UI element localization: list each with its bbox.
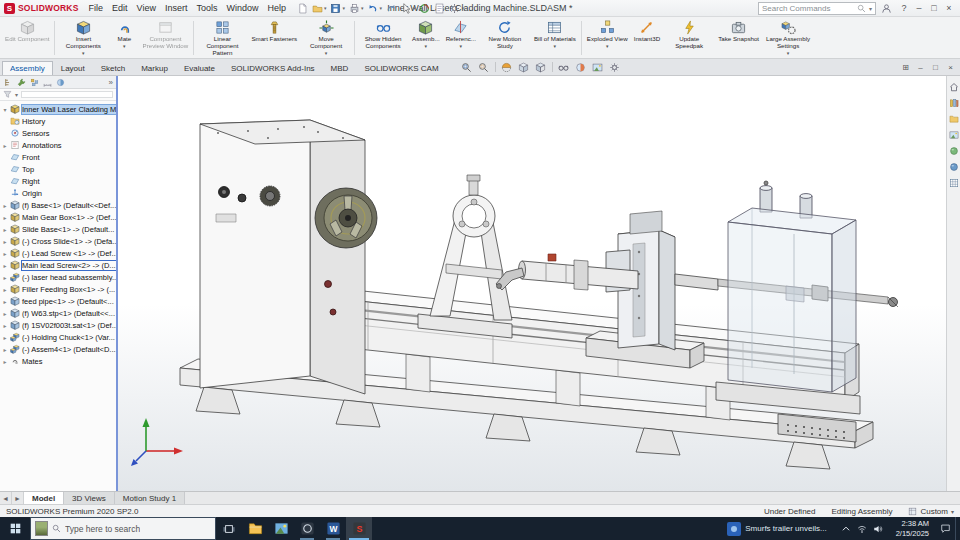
tab-sketch[interactable]: Sketch [93,61,133,75]
tab-markup[interactable]: Markup [133,61,176,75]
graphics-viewport[interactable] [118,76,946,491]
menu-edit[interactable]: Edit [108,2,132,14]
view-palette-icon[interactable] [948,129,959,140]
doc-tab-scroll-left[interactable]: ◄ [0,492,12,504]
bom-button[interactable]: Bill of Materials▾ [531,18,579,58]
tree-expand-icon[interactable]: ▸ [2,322,8,329]
select-caret-icon[interactable]: ▾ [413,5,416,11]
login-icon[interactable] [881,3,892,14]
view-orientation-button[interactable] [518,61,530,73]
redo-button[interactable] [385,2,397,14]
tree-item[interactable]: ▸(f) W63.stp<1> (Default<<... [0,307,116,319]
configuration-caret-icon[interactable]: ▾ [951,508,954,515]
tree-item[interactable]: Right [0,175,116,187]
doc-tab-3d-views[interactable]: 3D Views [64,492,115,504]
filter-caret-icon[interactable]: ▾ [15,91,18,98]
search-caret-icon[interactable]: ▾ [869,5,872,12]
minimize-button[interactable]: – [912,2,926,15]
dropdown-caret-icon[interactable]: ▾ [460,43,463,49]
home-icon[interactable] [948,81,959,92]
word-taskbar-button[interactable]: W [320,517,346,540]
featuremanager-tab[interactable] [3,77,13,87]
show-desktop-button[interactable] [955,517,960,540]
tree-item[interactable]: History [0,115,116,127]
tab-solidworks-cam[interactable]: SOLIDWORKS CAM [356,61,446,75]
undo-button[interactable] [367,2,379,14]
tree-expand-icon[interactable]: ▸ [2,250,8,257]
photos-taskbar-button[interactable] [268,517,294,540]
search-commands-input[interactable]: Search Commands ▾ [758,2,876,15]
propertymanager-tab[interactable] [16,77,26,87]
insert-components-button[interactable]: Insert Components▾ [57,18,109,58]
tree-item[interactable]: ▸Main Gear Box<1> -> (Def... [0,211,116,223]
view-settings-button[interactable] [609,61,621,73]
taskbar-clock[interactable]: 2:38 AM 2/15/2025 [890,519,935,539]
tab-mbd[interactable]: MBD [323,61,357,75]
edit-appearance-button[interactable] [575,61,587,73]
tree-item[interactable]: ▸(f) Base<1> (Default<<Def... [0,199,116,211]
undo-caret-icon[interactable]: ▾ [380,5,383,11]
hide-show-items-button[interactable] [558,61,570,73]
options-caret-icon[interactable]: ▾ [462,5,465,11]
new-document-button[interactable] [296,2,308,14]
menu-help[interactable]: Help [264,2,291,14]
tree-expand-icon[interactable]: ▸ [2,214,8,221]
linear-pattern-button[interactable]: Linear Component Pattern▾ [196,18,248,58]
zoom-area-button[interactable] [478,61,490,73]
displaymanager-tab[interactable] [55,77,65,87]
close-doc-button[interactable]: × [944,61,957,73]
open-button[interactable] [311,2,323,14]
tree-item[interactable]: ▸Filler Feeding Box<1> -> (... [0,283,116,295]
doc-tab-motion-study-1[interactable]: Motion Study 1 [115,492,185,504]
tree-expand-icon[interactable]: ▸ [2,334,8,341]
move-component-button[interactable]: Move Component▾ [300,18,352,58]
large-assembly-button[interactable]: Large Assembly Settings▾ [762,18,814,58]
search-highlight-thumbnail[interactable] [35,521,48,536]
tree-expand-icon[interactable]: ▸ [2,262,8,269]
tree-expand-icon[interactable]: ▸ [2,202,8,209]
minimize-doc-button[interactable]: – [914,61,927,73]
tree-item[interactable]: ▸(f) 1SV02f003t.sat<1> (Def... [0,319,116,331]
menu-window[interactable]: Window [222,2,262,14]
tree-item[interactable]: ▸(-) Lead Screw <1> -> (Def... [0,247,116,259]
rebuild-button[interactable] [419,2,431,14]
open-caret-icon[interactable]: ▾ [324,5,327,11]
tree-item[interactable]: ▸feed pipe<1> -> (Default<... [0,295,116,307]
tree-expand-icon[interactable]: ▸ [2,226,8,233]
select-button[interactable] [400,2,412,14]
menu-view[interactable]: View [133,2,160,14]
dimxpert-tab[interactable] [42,77,52,87]
tree-expand-icon[interactable]: ▸ [2,346,8,353]
dropdown-caret-icon[interactable]: ▾ [325,50,328,56]
display-style-button[interactable] [535,61,547,73]
help-button[interactable]: ? [897,2,911,15]
doc-tab-model[interactable]: Model [24,492,64,504]
start-button[interactable] [0,517,30,540]
dropdown-caret-icon[interactable]: ▾ [82,50,85,56]
task-view-button[interactable] [216,517,242,540]
dropdown-caret-icon[interactable]: ▾ [787,50,790,56]
tree-filter-input[interactable] [21,91,113,98]
design-library-icon[interactable] [948,97,959,108]
tab-solidworks-add-ins[interactable]: SOLIDWORKS Add-Ins [223,61,323,75]
section-view-button[interactable] [501,61,513,73]
show-hidden-button[interactable]: Show Hidden Components [357,18,409,58]
tree-item[interactable]: Origin [0,187,116,199]
dropdown-caret-icon[interactable]: ▾ [123,43,126,49]
tab-layout[interactable]: Layout [53,61,93,75]
news-widget[interactable]: Smurfs trailer unveils... [719,517,834,540]
close-button[interactable]: × [942,2,956,15]
tree-expand-icon[interactable]: ▸ [2,358,8,365]
exploded-view-button[interactable]: Exploded View▾ [584,18,631,58]
tree-expand-icon[interactable]: ▸ [2,274,8,281]
media-app-taskbar-button[interactable] [294,517,320,540]
mate-button[interactable]: Mate▾ [109,18,139,58]
tree-item[interactable]: ▸Annotations [0,139,116,151]
print-caret-icon[interactable]: ▾ [361,5,364,11]
tree-expand-icon[interactable]: ▸ [2,286,8,293]
tree-item[interactable]: ▸(-) Assem4<1> (Default<D... [0,343,116,355]
configurationmanager-tab[interactable] [29,77,39,87]
status-configuration[interactable]: Custom ▾ [908,507,954,516]
doc-tab-scroll-right[interactable]: ► [12,492,24,504]
file-explorer-icon[interactable] [948,113,959,124]
